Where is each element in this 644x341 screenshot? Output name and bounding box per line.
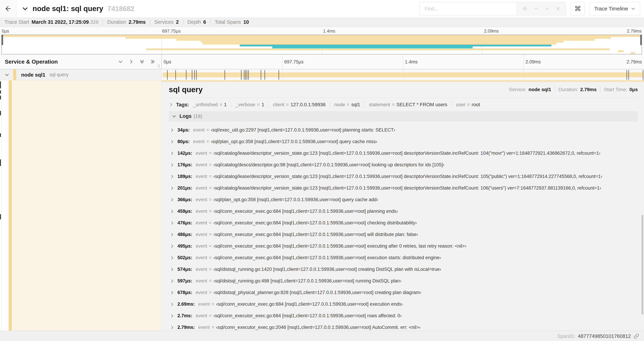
log-expand-chevron-icon[interactable]	[170, 314, 174, 318]
log-equals: =	[209, 267, 212, 272]
log-expand-chevron-icon[interactable]	[170, 151, 174, 156]
log-marker-tick	[628, 70, 629, 80]
log-field-name: event	[196, 290, 207, 295]
log-marker-tick	[186, 70, 186, 80]
span-detail-title: sql query	[169, 85, 203, 94]
trace-collapse-chevron-icon[interactable]	[22, 5, 28, 12]
column-resize-handle[interactable]	[158, 64, 160, 68]
span-service-name: node sql1	[21, 72, 45, 78]
log-expand-chevron-icon[interactable]	[170, 244, 174, 248]
log-timestamp: 142μs:	[178, 151, 192, 156]
trace-summary-item: Duration2.79ms	[103, 19, 150, 25]
copy-link-icon[interactable]	[634, 333, 639, 339]
log-expand-chevron-icon[interactable]	[170, 198, 174, 202]
collapse-one-icon[interactable]	[118, 59, 123, 64]
span-duration-bar[interactable]	[162, 72, 643, 77]
minimap-row	[2, 45, 642, 47]
log-expand-chevron-icon[interactable]	[170, 279, 174, 283]
find-prev-icon[interactable]	[534, 6, 539, 11]
log-expand-chevron-icon[interactable]	[170, 221, 174, 225]
log-entry[interactable]: 80μs:event=‹sql/plan_opt.go:358 [nsql1,c…	[169, 136, 638, 147]
summary-label: Total Spans	[215, 19, 241, 25]
log-field-name: event	[193, 127, 205, 133]
log-expand-chevron-icon[interactable]	[170, 290, 174, 295]
log-entry[interactable]: 34μs:event=‹sql/exec_util.go:2297 [nsql1…	[169, 124, 638, 136]
log-expand-chevron-icon[interactable]	[170, 267, 174, 272]
find-input[interactable]	[420, 2, 516, 15]
log-equals: =	[209, 255, 212, 260]
tag-equals: =	[347, 102, 350, 107]
log-entry[interactable]: 2.7ms:event=‹sql/conn_executor_exec.go:6…	[169, 310, 638, 321]
log-marker-tick	[626, 70, 627, 80]
minimap-canvas[interactable]	[2, 35, 642, 54]
left-edge-marks	[0, 80, 1, 330]
find-group	[419, 2, 566, 16]
minimap-span	[146, 48, 610, 50]
expand-all-icon[interactable]	[150, 59, 155, 64]
log-entry[interactable]: 574μs:event=‹sql/distsql_running.go:1420…	[169, 263, 638, 275]
keyboard-shortcuts-button[interactable]: ⌘	[570, 2, 585, 16]
log-field-name: event	[198, 325, 210, 330]
log-entry[interactable]: 2.79ms:event=‹sql/conn_executor_exec.go:…	[169, 321, 638, 330]
meta-label: Duration:	[558, 87, 578, 92]
log-entry[interactable]: 142μs:event=‹sql/catalog/lease/descripto…	[169, 147, 638, 159]
log-marker-tick	[278, 70, 279, 80]
log-entry[interactable]: 366μs:event=‹sql/plan_opt.go:358 [nsql1,…	[169, 194, 638, 205]
minimap-right-drag-handle[interactable]	[640, 35, 642, 45]
log-expand-chevron-icon[interactable]	[170, 128, 174, 132]
log-entry[interactable]: 486μs:event=‹sql/conn_executor_exec.go:6…	[169, 229, 638, 240]
trace-title: node sql1: sql query	[32, 5, 103, 13]
log-entry[interactable]: 2.69ms:event=‹sql/conn_executor_exec.go:…	[169, 298, 638, 310]
log-entry[interactable]: 502μs:event=‹sql/conn_executor_exec.go:6…	[169, 252, 638, 263]
log-entry[interactable]: 459μs:event=‹sql/conn_executor_exec.go:6…	[169, 205, 638, 217]
minimap-left-drag-handle[interactable]	[2, 35, 3, 45]
meta-value: 0μs	[630, 87, 638, 92]
find-next-icon[interactable]	[545, 6, 550, 11]
log-expand-chevron-icon[interactable]	[170, 163, 174, 167]
vertical-scrollbar-thumb[interactable]	[642, 215, 643, 314]
log-expand-chevron-icon[interactable]	[170, 302, 174, 306]
span-collapse-chevron-icon[interactable]	[4, 72, 9, 77]
locate-icon[interactable]	[522, 6, 528, 12]
collapse-all-icon[interactable]	[139, 59, 144, 64]
log-timestamp: 678μs:	[178, 290, 192, 295]
ruler-gridline	[162, 54, 162, 69]
logs-header[interactable]: Logs (18)	[169, 111, 638, 121]
span-detail-meta: Service:node sql1Duration:2.79msStart Ti…	[506, 87, 638, 93]
tags-expand-chevron-icon[interactable]	[169, 102, 173, 107]
span-row-name-cell[interactable]: node sql1 sql query	[0, 69, 162, 80]
span-color-bar-extension	[9, 80, 12, 330]
span-detail-left-rail	[0, 80, 162, 330]
trace-summary-item: Depth6	[183, 19, 210, 25]
log-entry[interactable]: 189μs:event=‹sql/catalog/lease/descripto…	[169, 171, 638, 182]
tag-value: sql1	[351, 102, 360, 107]
log-expand-chevron-icon[interactable]	[170, 232, 174, 237]
clear-find-icon[interactable]	[556, 6, 560, 11]
summary-value: 2.79ms	[129, 19, 146, 25]
log-expand-chevron-icon[interactable]	[170, 174, 174, 179]
expand-one-icon[interactable]	[129, 59, 134, 64]
log-timestamp: 597μs:	[178, 278, 192, 284]
log-entry[interactable]: 476μs:event=‹sql/conn_executor_exec.go:6…	[169, 217, 638, 229]
log-value: ‹sql/conn_executor_exec.go:684 [nsql1,cl…	[213, 232, 418, 237]
log-marker-tick	[248, 70, 249, 80]
log-expand-chevron-icon[interactable]	[170, 186, 174, 190]
back-button[interactable]	[0, 0, 16, 17]
log-field-name: event	[196, 162, 207, 168]
log-marker-tick	[194, 70, 195, 80]
tag-item: node=sql1	[330, 102, 364, 108]
log-equals: =	[209, 162, 212, 168]
log-expand-chevron-icon[interactable]	[170, 140, 174, 144]
log-entry[interactable]: 176μs:event=‹sql/catalog/descs/descripto…	[169, 159, 638, 171]
log-expand-chevron-icon[interactable]	[170, 256, 174, 260]
span-footer-bar: SpanID: 4877749850101760812	[0, 330, 644, 341]
log-entry[interactable]: 201μs:event=‹sql/catalog/lease/descripto…	[169, 182, 638, 194]
log-entry[interactable]: 597μs:event=‹sql/distsql_running.go:498 …	[169, 275, 638, 287]
view-selector-button[interactable]: Trace Timeline	[589, 2, 640, 16]
log-entry[interactable]: 495μs:event=‹sql/conn_executor_exec.go:6…	[169, 240, 638, 252]
summary-value-suffix: .326	[89, 19, 98, 25]
log-entry[interactable]: 678μs:event=‹sql/distsql_physical_planne…	[169, 287, 638, 298]
log-expand-chevron-icon[interactable]	[170, 325, 174, 330]
log-expand-chevron-icon[interactable]	[170, 209, 174, 214]
tags-row[interactable]: Tags: _unfinished=1_verbose=1client=127.…	[169, 102, 638, 108]
